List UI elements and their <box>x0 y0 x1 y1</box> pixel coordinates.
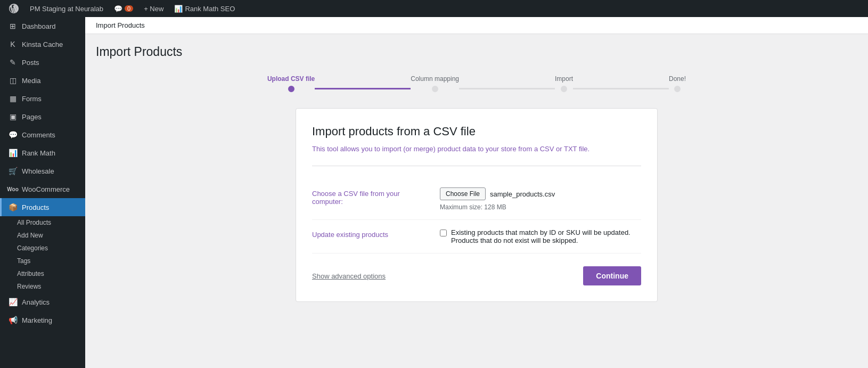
step-done-label: Done! <box>669 75 686 83</box>
sidebar-item-dashboard[interactable]: ⊞ Dashboard <box>0 17 85 35</box>
comment-icon: 💬 <box>114 5 122 13</box>
rank-math-icon: 📊 <box>174 5 183 13</box>
sidebar-item-label: Forms <box>22 95 42 103</box>
file-name-display: sample_products.csv <box>490 190 555 198</box>
csv-file-control: Choose File sample_products.csv Maximum … <box>440 187 641 211</box>
rank-math-nav-icon: 📊 <box>8 148 18 158</box>
update-existing-row: Update existing products Existing produc… <box>312 220 641 253</box>
admin-bar-comments[interactable]: 💬 0 <box>110 0 137 17</box>
sidebar-sub-label: Categories <box>17 244 48 252</box>
file-input-area: Choose File sample_products.csv <box>440 187 641 200</box>
marketing-icon: 📢 <box>8 315 18 325</box>
sidebar-sub-label: Add New <box>17 232 43 239</box>
step-upload-csv-label: Upload CSV file <box>267 75 315 83</box>
sidebar-item-forms[interactable]: ▦ Forms <box>0 89 85 108</box>
show-advanced-options-button[interactable]: Show advanced options <box>312 272 386 280</box>
step-import-dot <box>561 86 567 92</box>
step-import-label: Import <box>555 75 573 83</box>
sidebar-item-wholesale[interactable]: 🛒 Wholesale <box>0 162 85 180</box>
sidebar-sub-item-categories[interactable]: Categories <box>0 242 85 255</box>
step-line-1 <box>315 88 411 89</box>
sidebar-sub-label: Tags <box>17 257 30 265</box>
sidebar-sub-label: All Products <box>17 219 51 226</box>
main-layout: ⊞ Dashboard K Kinsta Cache ✎ Posts ◫ Med… <box>0 17 868 368</box>
update-existing-checkbox-area: Existing products that match by ID or SK… <box>440 228 641 244</box>
dashboard-icon: ⊞ <box>8 21 18 31</box>
import-card-description: This tool allows you to import (or merge… <box>312 145 641 166</box>
admin-bar-new[interactable]: + New <box>140 0 168 17</box>
steps-container: Upload CSV file Column mapping Import Do… <box>96 70 857 97</box>
step-line-3 <box>573 88 669 89</box>
update-existing-control: Existing products that match by ID or SK… <box>440 228 641 244</box>
import-card: Import products from a CSV file This too… <box>296 108 658 302</box>
max-size-label: Maximum size: 128 MB <box>440 203 641 211</box>
sidebar-sub-item-add-new[interactable]: Add New <box>0 229 85 242</box>
forms-icon: ▦ <box>8 94 18 103</box>
step-column-mapping-label: Column mapping <box>411 75 459 83</box>
csv-file-label: Choose a CSV file from your computer: <box>312 187 429 206</box>
step-column-mapping-dot <box>432 86 438 92</box>
admin-bar-rank-math[interactable]: 📊 Rank Math SEO <box>170 0 239 17</box>
page-header: Import Products <box>85 17 868 34</box>
analytics-icon: 📈 <box>8 297 18 307</box>
update-existing-checkbox[interactable] <box>440 230 447 236</box>
sidebar-item-rank-math[interactable]: 📊 Rank Math <box>0 144 85 162</box>
main-content: Import Products Import Products Upload C… <box>85 17 868 368</box>
sidebar-item-media[interactable]: ◫ Media <box>0 71 85 89</box>
sidebar-sub-item-reviews[interactable]: Reviews <box>0 280 85 293</box>
kinsta-icon: K <box>8 39 18 49</box>
sidebar-item-label: Analytics <box>22 298 50 306</box>
step-upload-csv-dot <box>288 86 294 92</box>
admin-bar-wp-logo[interactable] <box>4 0 23 17</box>
page-title: Import Products <box>96 45 857 59</box>
sidebar-item-label: Pages <box>22 113 42 121</box>
csv-file-row: Choose a CSV file from your computer: Ch… <box>312 179 641 220</box>
continue-button[interactable]: Continue <box>583 266 641 285</box>
sidebar-item-products[interactable]: 📦 Products <box>0 198 85 216</box>
sidebar-item-label: Comments <box>22 131 55 139</box>
comments-badge: 0 <box>125 5 133 12</box>
sidebar-sub-item-all-products[interactable]: All Products <box>0 216 85 229</box>
sidebar-sub-item-tags[interactable]: Tags <box>0 255 85 267</box>
sidebar-item-pages[interactable]: ▣ Pages <box>0 108 85 126</box>
sidebar-item-label: Media <box>22 77 40 85</box>
posts-icon: ✎ <box>8 58 18 67</box>
sidebar-item-analytics[interactable]: 📈 Analytics <box>0 293 85 311</box>
sidebar-item-woocommerce[interactable]: Woo WooCommerce <box>0 180 85 198</box>
sidebar-sub-label: Reviews <box>17 283 41 290</box>
admin-bar-site-name[interactable]: PM Staging at Neuralab <box>26 0 108 17</box>
sidebar-item-comments[interactable]: 💬 Comments <box>0 126 85 144</box>
choose-file-button[interactable]: Choose File <box>440 187 486 200</box>
card-footer: Show advanced options Continue <box>312 266 641 285</box>
sidebar-item-label: Rank Math <box>22 149 55 157</box>
wholesale-icon: 🛒 <box>8 166 18 176</box>
wp-logo-icon <box>9 3 19 14</box>
sidebar-item-label: Kinsta Cache <box>22 40 63 48</box>
sidebar-item-label: Dashboard <box>22 22 56 30</box>
media-icon: ◫ <box>8 76 18 85</box>
sidebar-item-posts[interactable]: ✎ Posts <box>0 53 85 71</box>
step-done-dot <box>674 86 681 92</box>
page-body: Import Products Upload CSV file Column m… <box>85 34 868 368</box>
rank-math-label: Rank Math SEO <box>185 5 235 13</box>
sidebar: ⊞ Dashboard K Kinsta Cache ✎ Posts ◫ Med… <box>0 17 85 368</box>
step-import: Import <box>555 75 573 92</box>
site-name-label: PM Staging at Neuralab <box>30 5 103 13</box>
sidebar-item-marketing[interactable]: 📢 Marketing <box>0 311 85 329</box>
admin-bar: PM Staging at Neuralab 💬 0 + New 📊 Rank … <box>0 0 868 17</box>
update-existing-label: Update existing products <box>312 228 429 239</box>
sidebar-item-label: Wholesale <box>22 167 54 175</box>
sidebar-sub-label: Attributes <box>17 270 44 277</box>
sidebar-sub-item-attributes[interactable]: Attributes <box>0 267 85 280</box>
sidebar-item-kinsta-cache[interactable]: K Kinsta Cache <box>0 35 85 53</box>
step-column-mapping: Column mapping <box>411 75 459 92</box>
import-card-title: Import products from a CSV file <box>312 125 641 138</box>
new-label: + New <box>144 5 163 13</box>
sidebar-item-label: Products <box>22 203 49 211</box>
breadcrumb: Import Products <box>96 21 145 29</box>
sidebar-item-label: Posts <box>22 59 39 67</box>
step-upload-csv: Upload CSV file <box>267 75 315 92</box>
update-existing-checkbox-text: Existing products that match by ID or SK… <box>451 228 641 244</box>
comments-icon: 💬 <box>8 130 18 140</box>
step-done: Done! <box>669 75 686 92</box>
